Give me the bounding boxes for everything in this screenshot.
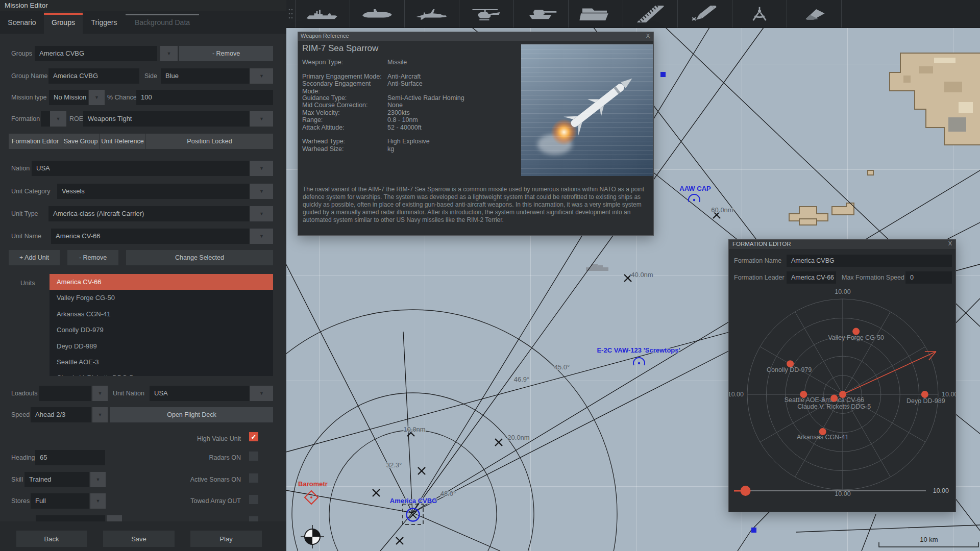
unit-nation-dropdown-button[interactable] bbox=[250, 386, 273, 401]
loadouts-select[interactable] bbox=[39, 386, 91, 401]
nation-dropdown-button[interactable] bbox=[250, 161, 273, 176]
active-sonars-label: Active Sonars ON bbox=[139, 476, 241, 483]
back-button[interactable]: Back bbox=[16, 531, 87, 547]
side-select[interactable]: Blue bbox=[161, 68, 249, 84]
chance-input[interactable]: 100 bbox=[136, 90, 273, 105]
close-icon[interactable]: X bbox=[948, 240, 952, 246]
formation-select[interactable] bbox=[41, 111, 50, 127]
unit-type-select[interactable]: America-class (Aircraft Carrier) bbox=[48, 206, 249, 221]
speed-select[interactable]: Ahead 2/3 bbox=[31, 407, 91, 422]
selected-group-symbol[interactable] bbox=[403, 504, 423, 524]
compass-icon[interactable] bbox=[732, 0, 787, 28]
warship-icon[interactable] bbox=[295, 0, 350, 28]
ruler-icon[interactable] bbox=[623, 0, 677, 28]
chance-label: % Chance bbox=[107, 90, 137, 105]
range-slider-knob[interactable] bbox=[741, 486, 751, 496]
aircraft-icon[interactable] bbox=[404, 0, 459, 28]
group-name-input[interactable]: America CVBG bbox=[48, 68, 139, 84]
helicopter-icon bbox=[470, 6, 503, 22]
submarine-icon[interactable] bbox=[350, 0, 404, 28]
radars-checkbox[interactable] bbox=[249, 452, 258, 461]
helicopter-icon[interactable] bbox=[459, 0, 513, 28]
skill-dropdown-button[interactable] bbox=[90, 472, 106, 487]
unit-list-item[interactable]: Deyo DD-989 bbox=[50, 338, 273, 354]
folder-icon[interactable] bbox=[568, 0, 623, 28]
mission-type-dropdown-button[interactable] bbox=[89, 90, 105, 105]
unit-list-item[interactable]: Conolly DD-979 bbox=[50, 322, 273, 338]
barometr-symbol[interactable] bbox=[305, 491, 318, 504]
formation-unit-dot[interactable] bbox=[921, 391, 928, 398]
tab-groups[interactable]: Groups bbox=[44, 11, 83, 34]
skill-select[interactable]: Trained bbox=[24, 472, 89, 487]
roe-dropdown-button[interactable] bbox=[250, 111, 273, 127]
side-dropdown-button[interactable] bbox=[250, 68, 273, 84]
tab-scenario[interactable]: Scenario bbox=[0, 11, 44, 34]
air-unit-symbol[interactable] bbox=[689, 194, 700, 202]
formation-name-label: Formation Name bbox=[734, 255, 781, 267]
heading-input[interactable]: 65 bbox=[35, 450, 105, 465]
roe-select[interactable]: Weapons Tight bbox=[83, 111, 249, 127]
top-toolbar bbox=[286, 0, 980, 28]
formation-dropdown-button[interactable] bbox=[50, 111, 66, 127]
units-label: Units bbox=[20, 276, 35, 291]
unit-name-dropdown-button[interactable] bbox=[250, 229, 273, 244]
tank-icon bbox=[524, 6, 558, 22]
change-selected-button[interactable]: Change Selected bbox=[126, 250, 273, 265]
ruler-icon bbox=[633, 6, 667, 22]
speed-dropdown-button[interactable] bbox=[92, 407, 108, 422]
pencil-icon[interactable] bbox=[677, 0, 732, 28]
save-group-button[interactable]: Save Group bbox=[62, 134, 100, 149]
max-formation-speed-input[interactable]: 0 bbox=[905, 271, 952, 284]
formation-unit-label: America CV-66 bbox=[821, 396, 864, 404]
unit-name-select[interactable]: America CV-66 bbox=[51, 229, 249, 244]
unit-type-dropdown-button[interactable] bbox=[250, 206, 273, 221]
tab-background-data[interactable]: Background Data bbox=[126, 11, 199, 34]
groups-select[interactable]: America CVBG bbox=[35, 46, 157, 61]
stores-select[interactable]: Full bbox=[31, 493, 89, 509]
open-flight-deck-button[interactable]: Open Flight Deck bbox=[110, 407, 273, 422]
unit-list-item[interactable]: Arkansas CGN-41 bbox=[50, 306, 273, 322]
formation-editor-button[interactable]: Formation Editor bbox=[9, 134, 62, 149]
loadouts-dropdown-button[interactable] bbox=[92, 386, 108, 401]
unit-reference-button[interactable]: Unit Reference bbox=[100, 134, 146, 149]
formation-polar-chart[interactable]: 10.0010.0010.0010.00America CV-66Valley … bbox=[729, 288, 957, 513]
formation-name-input[interactable]: America CVBG bbox=[787, 255, 952, 267]
toolbar-grip-icon[interactable] bbox=[286, 0, 295, 28]
formation-editor-titlebar[interactable]: FORMATION EDITOR X bbox=[729, 240, 955, 249]
add-unit-button[interactable]: + Add Unit bbox=[9, 250, 60, 265]
formation-leader-select[interactable]: America CV-66 bbox=[787, 271, 836, 284]
waypoint-x-markers[interactable] bbox=[373, 211, 720, 544]
nation-select[interactable]: USA bbox=[32, 161, 249, 176]
mission-type-select[interactable]: No Mission bbox=[49, 90, 88, 105]
unit-list-item[interactable]: Valley Forge CG-50 bbox=[50, 290, 273, 306]
unit-category-dropdown-button[interactable] bbox=[250, 184, 273, 199]
unit-nation-select[interactable]: USA bbox=[150, 386, 249, 401]
save-button[interactable]: Save bbox=[103, 531, 175, 547]
close-icon[interactable]: X bbox=[646, 33, 650, 39]
tab-triggers[interactable]: Triggers bbox=[83, 11, 126, 34]
towed-array-checkbox[interactable] bbox=[249, 495, 258, 504]
weapon-reference-titlebar[interactable]: Weapon Reference X bbox=[298, 32, 653, 41]
unit-category-select[interactable]: Vessels bbox=[57, 184, 249, 199]
surface-contact-marker[interactable] bbox=[751, 528, 756, 533]
stores-dropdown-button[interactable] bbox=[90, 493, 106, 509]
high-value-unit-checkbox[interactable] bbox=[249, 432, 258, 441]
neutral-vessel-sprite bbox=[586, 264, 608, 271]
spec-value: High Explosive bbox=[387, 138, 430, 145]
map-label: 60.0nm bbox=[711, 206, 733, 214]
groups-dropdown-button[interactable] bbox=[160, 46, 178, 61]
eraser-icon[interactable] bbox=[787, 0, 842, 28]
unit-list-item[interactable]: Claude V. Ricketts DDG-5 bbox=[50, 370, 273, 376]
side-label: Side bbox=[144, 68, 157, 84]
active-sonars-checkbox[interactable] bbox=[249, 473, 258, 483]
position-locked-toggle[interactable]: Position Locked bbox=[146, 134, 273, 149]
play-button[interactable]: Play bbox=[190, 531, 262, 547]
air-unit-symbol[interactable] bbox=[633, 358, 645, 365]
unit-list-item[interactable]: America CV-66 bbox=[50, 274, 273, 290]
remove-unit-button[interactable]: - Remove bbox=[67, 250, 118, 265]
surface-contact-marker[interactable] bbox=[660, 72, 666, 77]
formation-unit-dot[interactable] bbox=[830, 394, 838, 402]
tank-icon[interactable] bbox=[513, 0, 568, 28]
remove-group-button[interactable]: - Remove bbox=[179, 46, 273, 61]
unit-list-item[interactable]: Seattle AOE-3 bbox=[50, 354, 273, 370]
